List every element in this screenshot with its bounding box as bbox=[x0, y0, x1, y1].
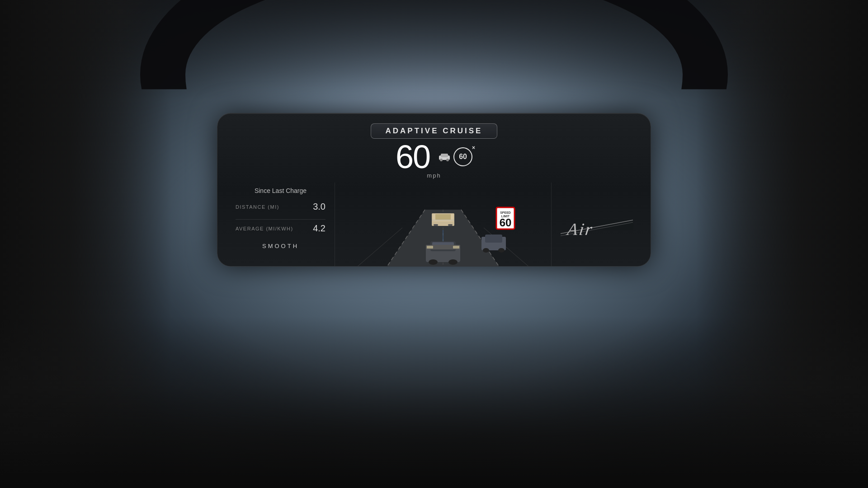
svg-point-26 bbox=[483, 248, 489, 253]
dashboard-display: ADAPTIVE CRUISE 60 60 bbox=[217, 113, 651, 267]
adaptive-cruise-badge: ADAPTIVE CRUISE bbox=[371, 123, 498, 139]
svg-rect-14 bbox=[448, 224, 453, 226]
average-value: 4.2 bbox=[313, 223, 326, 234]
speed-unit: mph bbox=[427, 172, 441, 179]
svg-rect-13 bbox=[434, 224, 438, 226]
distance-row: DISTANCE (mi) 3.0 bbox=[236, 202, 326, 212]
speed-indicator: 60 bbox=[437, 147, 472, 166]
svg-point-3 bbox=[446, 159, 449, 161]
distance-label: DISTANCE (mi) bbox=[236, 204, 279, 210]
lucid-air-logo: Air bbox=[556, 213, 637, 240]
svg-text:SPEED: SPEED bbox=[500, 211, 511, 214]
svg-rect-15 bbox=[432, 220, 454, 221]
road-scene-svg: SPEED LIMIT 60 bbox=[335, 183, 551, 267]
svg-rect-25 bbox=[485, 235, 502, 243]
center-panel: SPEED LIMIT 60 bbox=[335, 183, 551, 267]
distance-value: 3.0 bbox=[313, 202, 326, 212]
drive-mode-label: SMOOTH bbox=[236, 243, 326, 249]
speed-icon-group: 60 bbox=[437, 147, 472, 166]
svg-point-2 bbox=[440, 159, 443, 161]
set-speed-circle: 60 bbox=[453, 147, 472, 166]
top-section: ADAPTIVE CRUISE 60 60 bbox=[217, 113, 651, 179]
svg-rect-22 bbox=[427, 246, 433, 249]
car-following-icon bbox=[437, 152, 452, 162]
svg-rect-1 bbox=[441, 154, 448, 157]
svg-text:Air: Air bbox=[565, 220, 594, 239]
left-panel: Since Last Charge DISTANCE (mi) 3.0 AVER… bbox=[226, 183, 335, 267]
svg-point-20 bbox=[429, 259, 438, 265]
speed-row: 60 60 bbox=[396, 141, 472, 173]
svg-point-27 bbox=[498, 248, 505, 253]
right-panel: Air bbox=[551, 183, 642, 267]
average-label: AVERAGE (mi/kWh) bbox=[236, 226, 293, 231]
since-last-charge-label: Since Last Charge bbox=[236, 187, 326, 194]
speed-value: 60 bbox=[396, 141, 430, 173]
main-content: Since Last Charge DISTANCE (mi) 3.0 AVER… bbox=[217, 183, 651, 267]
svg-rect-12 bbox=[435, 214, 451, 220]
svg-point-21 bbox=[448, 259, 458, 265]
stat-divider bbox=[236, 219, 326, 220]
average-row: AVERAGE (mi/kWh) 4.2 bbox=[236, 223, 326, 234]
svg-rect-23 bbox=[453, 246, 459, 249]
svg-text:60: 60 bbox=[500, 216, 512, 229]
